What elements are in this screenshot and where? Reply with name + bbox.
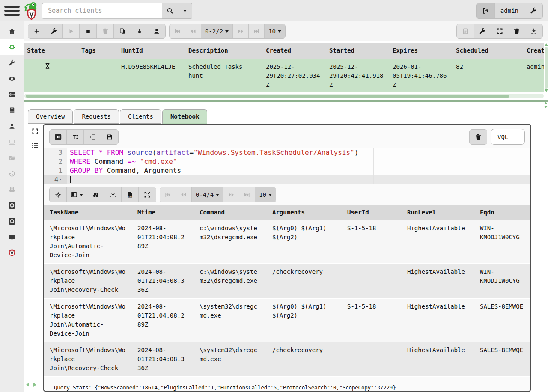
sidebar-item-server-events[interactable] (0, 71, 24, 86)
hamburger-menu-icon[interactable] (4, 6, 20, 16)
hunt-column-huntid[interactable]: HuntId (118, 43, 185, 59)
hunt-next-page-button[interactable] (233, 24, 249, 38)
search-options-button[interactable] (178, 3, 192, 19)
sidebar-item-documentation[interactable] (0, 229, 24, 245)
results-column-command[interactable]: Command (194, 205, 266, 220)
sidebar-item-velociraptor-version[interactable] (0, 245, 24, 261)
hunt-column-creator[interactable]: Creator (523, 43, 544, 59)
reformat-button[interactable] (84, 130, 101, 144)
user-settings-button[interactable] (524, 3, 542, 18)
hunt-vertical-scrollbar[interactable] (544, 43, 548, 92)
hunt-column-expires[interactable]: Expires (389, 43, 453, 59)
results-column-fqdn[interactable]: Fqdn (474, 205, 530, 220)
sidebar-item-server-artifacts[interactable] (0, 86, 24, 102)
play-button[interactable] (63, 24, 80, 38)
results-first-page-button[interactable] (160, 187, 176, 202)
logout-button[interactable] (477, 3, 495, 18)
results-column-userid[interactable]: UserId (341, 205, 401, 220)
results-page-range-button[interactable]: 0-4/4 (192, 187, 223, 202)
next-arrow-icon[interactable] (33, 383, 36, 387)
results-column-taskname[interactable]: TaskName (44, 205, 131, 220)
hunt-column-tags[interactable]: Tags (78, 43, 118, 59)
hunt-column-scheduled[interactable]: Scheduled (453, 43, 523, 59)
tab-clients[interactable]: Clients (120, 109, 161, 124)
results-row-3[interactable]: \Microsoft\Windows\Workplace Join\Automa… (44, 299, 530, 342)
trash-button[interactable] (508, 24, 525, 38)
results-page-size-button[interactable]: 10 (255, 187, 276, 202)
person-button[interactable] (148, 24, 165, 38)
wrench-button[interactable] (474, 24, 491, 38)
collapse-table-button[interactable] (50, 187, 67, 202)
hunt-page-range-button[interactable]: 0-2/2 (201, 24, 233, 38)
fullscreen-icon[interactable] (32, 128, 39, 135)
hunt-column-started[interactable]: Started (326, 43, 389, 59)
sidebar-item-hunt-manager[interactable] (0, 39, 24, 55)
expand-table-button[interactable] (139, 187, 156, 202)
editor-line-3[interactable]: 1GROUP BY Command, Arguments (44, 166, 530, 175)
sidebar-item-github-link-2[interactable] (0, 213, 24, 229)
delete-cell-button[interactable] (470, 130, 487, 144)
tab-notebook[interactable]: Notebook (162, 109, 207, 124)
stop-button[interactable] (80, 24, 97, 38)
hunt-horizontal-scrollbar[interactable] (24, 94, 544, 98)
hunt-table-row[interactable]: H.D59E85KRL4LJEScheduled Tasks hunt2025-… (24, 59, 544, 92)
vql-editor[interactable]: 3SELECT * FROM source(artifact="Windows.… (44, 148, 530, 184)
hunt-last-page-button[interactable] (249, 24, 265, 38)
scrollbar-thumb[interactable] (26, 95, 509, 98)
download-icon (530, 28, 537, 35)
save-cell-button[interactable] (101, 130, 118, 144)
sidebar-item-notebooks[interactable] (0, 102, 24, 118)
download-csv-button[interactable]: csv (122, 187, 139, 202)
results-next-page-button[interactable] (223, 187, 239, 202)
sidebar-item-users[interactable] (0, 118, 24, 134)
hunt-column-created[interactable]: Created (262, 43, 326, 59)
tab-requests[interactable]: Requests (74, 109, 119, 124)
sidebar-item-github-link-1[interactable] (0, 197, 24, 213)
collapse-cell-button[interactable] (50, 130, 67, 144)
results-prev-page-button[interactable] (176, 187, 192, 202)
notepad-button[interactable] (457, 24, 474, 38)
search-rows-button[interactable] (87, 187, 104, 202)
search-input[interactable] (42, 3, 162, 19)
results-column-runlevel[interactable]: RunLevel (401, 205, 474, 220)
copy-button[interactable] (114, 24, 131, 38)
notebook-scroll-arrows[interactable] (544, 102, 548, 108)
plus-button[interactable] (28, 24, 45, 38)
editor-line-2[interactable]: 2WHERE Command =~ "cmd.exe" (44, 157, 530, 166)
user-label[interactable]: admin (495, 3, 524, 18)
editor-line-1[interactable]: 3SELECT * FROM source(artifact="Windows.… (44, 148, 530, 157)
scroll-up-icon[interactable] (544, 102, 548, 104)
results-column-arguments[interactable]: Arguments (266, 205, 341, 220)
hunt-first-page-button[interactable] (170, 24, 185, 38)
velociraptor-logo[interactable] (24, 2, 39, 20)
hunt-cell-hunt_id: H.D59E85KRL4LJE (118, 59, 185, 92)
tab-overview[interactable]: Overview (28, 109, 73, 124)
scroll-up-icon[interactable] (545, 43, 548, 46)
editor-line-4[interactable]: 4· (44, 175, 530, 184)
cell-list-icon[interactable] (32, 142, 39, 149)
fullscreen-button[interactable] (491, 24, 508, 38)
results-column-mtime[interactable]: Mtime (131, 205, 194, 220)
text-size-button[interactable] (67, 130, 84, 144)
toggle-columns-button[interactable] (67, 187, 87, 202)
results-row-1[interactable]: \Microsoft\Windows\Workplace Join\Automa… (44, 220, 530, 264)
scroll-down-icon[interactable] (544, 106, 548, 108)
hunt-column-description[interactable]: Description (185, 43, 262, 59)
hunt-prev-page-button[interactable] (185, 24, 201, 38)
scroll-down-icon[interactable] (545, 89, 548, 92)
download-json-button[interactable] (104, 187, 122, 202)
prev-arrow-icon[interactable] (26, 383, 29, 387)
hunt-column-state[interactable]: State (24, 43, 78, 59)
hunt-page-size-button[interactable]: 10 (265, 24, 285, 38)
sidebar-item-view-artifacts[interactable] (0, 55, 24, 71)
download-button[interactable] (525, 24, 542, 38)
sidebar-item-home[interactable] (0, 23, 24, 39)
search-button[interactable] (162, 3, 178, 19)
results-last-page-button[interactable] (239, 187, 255, 202)
results-row-4[interactable]: \Microsoft\Windows\Workplace Join\Recove… (44, 342, 530, 377)
wrench-button[interactable] (45, 24, 63, 38)
trash-button[interactable] (97, 24, 114, 38)
cell-type-select[interactable]: VQL (491, 129, 525, 145)
arrow-down-button[interactable] (131, 24, 148, 38)
results-row-2[interactable]: \Microsoft\Windows\Workplace Join\Recove… (44, 264, 530, 299)
